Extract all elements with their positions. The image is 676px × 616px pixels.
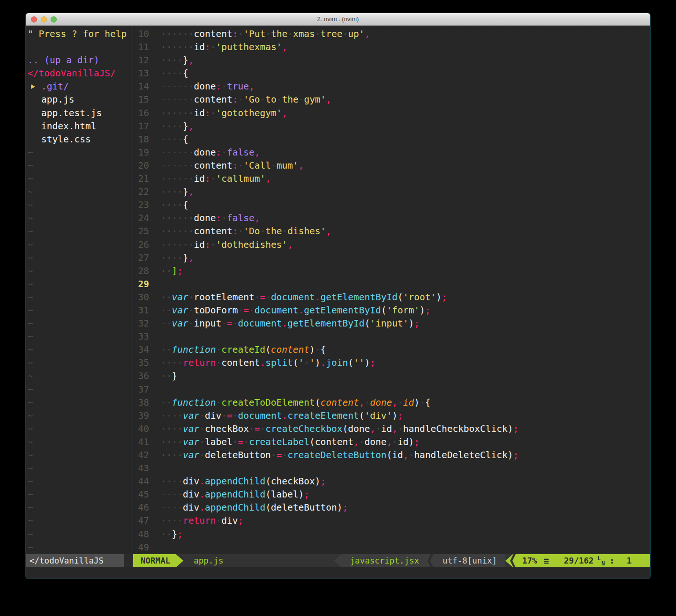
code-line[interactable]: 10······content:·'Put·the·xmas·tree·up', bbox=[133, 28, 650, 41]
line-number: 26 bbox=[133, 238, 149, 252]
empty-line-tilde: ~ bbox=[26, 238, 133, 252]
empty-line-tilde: ~ bbox=[26, 514, 133, 527]
line-number: 24 bbox=[133, 212, 149, 225]
empty-line-tilde: ~ bbox=[26, 409, 133, 423]
code-line[interactable]: 32··var·input·=·document.getElementById(… bbox=[133, 317, 650, 330]
code-line[interactable]: 13····{ bbox=[133, 67, 650, 80]
line-number: 37 bbox=[133, 383, 149, 396]
line-number: 33 bbox=[133, 330, 149, 343]
code-line[interactable]: 48··}; bbox=[133, 528, 650, 541]
code-line[interactable]: 42····var·deleteButton·=·createDeleteBut… bbox=[133, 449, 650, 462]
code-line[interactable]: 36··} bbox=[133, 370, 650, 383]
empty-line-tilde: ~ bbox=[26, 475, 133, 488]
position-segment: 17% ≡ 29/162 LN : 1 bbox=[505, 554, 650, 567]
code-line[interactable]: 19······done:·false, bbox=[133, 146, 650, 159]
code-line[interactable]: 41····var·label·=·createLabel(content,·d… bbox=[133, 436, 650, 449]
empty-line-tilde: ~ bbox=[26, 186, 133, 199]
empty-line-tilde: ~ bbox=[26, 541, 133, 554]
zoom-icon[interactable] bbox=[51, 16, 57, 22]
line-number: 18 bbox=[133, 133, 149, 146]
empty-line-tilde: ~ bbox=[26, 330, 133, 343]
code-line[interactable]: 22····}, bbox=[133, 186, 650, 199]
line-number: 25 bbox=[133, 225, 149, 238]
minimize-icon[interactable] bbox=[41, 16, 47, 22]
empty-line-tilde: ~ bbox=[26, 265, 133, 278]
code-line[interactable]: 30··var·rootElement·=·document.getElemen… bbox=[133, 291, 650, 304]
line-number: 14 bbox=[133, 80, 149, 93]
code-line[interactable]: 28··]; bbox=[133, 265, 650, 278]
empty-line-tilde: ~ bbox=[26, 278, 133, 291]
empty-line-tilde: ~ bbox=[26, 317, 133, 330]
code-line[interactable]: 33 bbox=[133, 330, 650, 343]
line-number: 28 bbox=[133, 265, 149, 278]
line-number: 38 bbox=[133, 396, 149, 409]
code-buffer[interactable]: 10······content:·'Put·the·xmas·tree·up',… bbox=[133, 26, 650, 554]
empty-line-tilde: ~ bbox=[26, 528, 133, 541]
code-line[interactable]: 47····return·div; bbox=[133, 514, 650, 527]
nerdtree-file-app-test-js[interactable]: app.test.js bbox=[26, 107, 133, 120]
code-line[interactable]: 11······id:·'putthexmas', bbox=[133, 41, 650, 54]
code-line[interactable]: 43 bbox=[133, 462, 650, 475]
code-line[interactable]: 15······content:·'Go·to·the·gym', bbox=[133, 93, 650, 106]
code-line[interactable]: 37 bbox=[133, 383, 650, 396]
code-line[interactable]: 20······content:·'Call·mum', bbox=[133, 159, 650, 172]
code-line[interactable]: 34··function·createId(content)·{ bbox=[133, 343, 650, 356]
code-line[interactable]: 29 bbox=[133, 278, 650, 291]
code-line[interactable]: 17····}, bbox=[133, 120, 650, 133]
empty-line-tilde: ~ bbox=[26, 436, 133, 449]
code-line[interactable]: 44····div.appendChild(checkBox); bbox=[133, 475, 650, 488]
line-number: 48 bbox=[133, 528, 149, 541]
nerdtree-help: " Press ? for help bbox=[26, 28, 133, 41]
filetype: javascript.jsx bbox=[333, 554, 428, 567]
nerdtree-file-style-css[interactable]: style.css bbox=[26, 133, 133, 146]
line-number: 22 bbox=[133, 186, 149, 199]
nerdtree-file-app-js[interactable]: app.js bbox=[26, 93, 133, 106]
code-line[interactable]: 27····}, bbox=[133, 252, 650, 265]
powerline-separator-icon bbox=[510, 554, 516, 567]
code-line[interactable]: 24······done:·false, bbox=[133, 212, 650, 225]
code-line[interactable]: 23····{ bbox=[133, 199, 650, 212]
filename: app.js bbox=[183, 554, 223, 567]
code-line[interactable]: 39····var·div·=·document.createElement('… bbox=[133, 409, 650, 423]
code-line[interactable]: 26······id:·'dothedishes', bbox=[133, 238, 650, 252]
nerdtree-dir-git[interactable]: .git/ bbox=[26, 80, 133, 93]
editor-split: " Press ? for help.. (up a dir)</todoVan… bbox=[26, 26, 650, 554]
nerdtree-file-index-html[interactable]: index.html bbox=[26, 120, 133, 133]
statusline-spacer bbox=[223, 554, 333, 567]
nerdtree-up-dir[interactable]: .. (up a dir) bbox=[26, 54, 133, 67]
empty-line-tilde: ~ bbox=[26, 212, 133, 225]
collapsed-dir-arrow-icon[interactable] bbox=[31, 84, 35, 89]
empty-line-tilde: ~ bbox=[26, 449, 133, 462]
code-line[interactable]: 49 bbox=[133, 541, 650, 554]
empty-line-tilde: ~ bbox=[26, 462, 133, 475]
line-number: 43 bbox=[133, 462, 149, 475]
line-number: 23 bbox=[133, 199, 149, 212]
code-line[interactable]: 12····}, bbox=[133, 54, 650, 67]
code-line[interactable]: 38··function·createToDoElement(content,·… bbox=[133, 396, 650, 409]
nerdtree-sidebar[interactable]: " Press ? for help.. (up a dir)</todoVan… bbox=[26, 26, 133, 554]
code-line[interactable]: 21······id:·'callmum', bbox=[133, 172, 650, 186]
code-line[interactable]: 18····{ bbox=[133, 133, 650, 146]
line-number: 35 bbox=[133, 356, 149, 370]
close-icon[interactable] bbox=[31, 16, 37, 22]
line-number: 29 bbox=[133, 278, 149, 291]
code-line[interactable]: 40····var·checkBox·=·createCheckbox(done… bbox=[133, 423, 650, 436]
desktop: { "window": { "title": "2. nvim . (nvim)… bbox=[0, 0, 676, 616]
code-line[interactable]: 31··var·toDoForm·=·document.getElementBy… bbox=[133, 304, 650, 317]
command-line[interactable] bbox=[26, 567, 650, 579]
code-line[interactable]: 25······content:·'Do·the·dishes', bbox=[133, 225, 650, 238]
code-line[interactable]: 16······id:·'gotothegym', bbox=[133, 107, 650, 120]
empty-line-tilde: ~ bbox=[26, 488, 133, 501]
empty-line-tilde: ~ bbox=[26, 304, 133, 317]
code-line[interactable]: 35····return·content.split('·').join('')… bbox=[133, 356, 650, 370]
empty-line-tilde: ~ bbox=[26, 199, 133, 212]
nerdtree-root[interactable]: </todoVanillaJS/ bbox=[26, 67, 133, 80]
nerdtree-statusline-area: </todoVanillaJS bbox=[26, 554, 133, 567]
cursor-position: 29/162 bbox=[564, 554, 593, 567]
code-line[interactable]: 46····div.appendChild(deleteButton); bbox=[133, 501, 650, 514]
powerline-separator-icon bbox=[125, 554, 131, 567]
code-line[interactable]: 14······done:·true, bbox=[133, 80, 650, 93]
code-line[interactable]: 45····div.appendChild(label); bbox=[133, 488, 650, 501]
nerdtree-statusline: </todoVanillaJS bbox=[26, 554, 124, 567]
line-number: 32 bbox=[133, 317, 149, 330]
